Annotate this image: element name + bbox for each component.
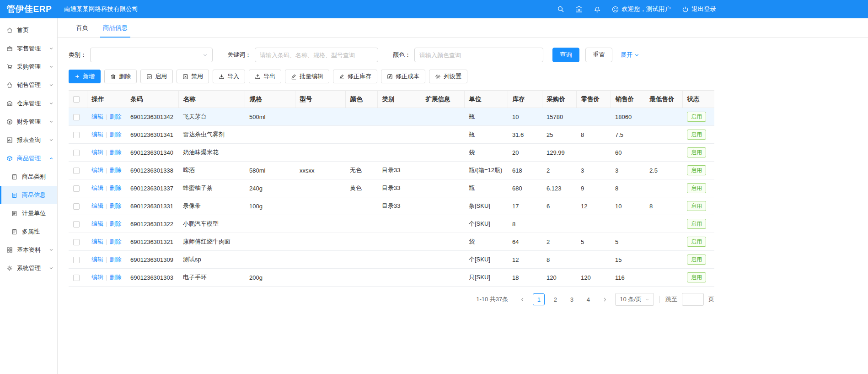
status-badge[interactable]: 启用 [687, 147, 706, 157]
ops-cell: 编辑|删除 [87, 126, 126, 144]
fix-cost-button[interactable]: 修正成本 [381, 70, 425, 83]
page-size-select[interactable]: 10 条/页 [615, 293, 654, 306]
edit-link[interactable]: 编辑 [91, 113, 103, 120]
keyword-input[interactable] [255, 48, 378, 62]
welcome-text: 欢迎您，测试用户 [622, 5, 671, 13]
status-badge[interactable]: 启用 [687, 130, 706, 139]
delete-link[interactable]: 删除 [109, 274, 121, 281]
delete-button[interactable]: 删除 [104, 70, 137, 83]
color-input[interactable] [414, 48, 543, 62]
expand-link[interactable]: 展开 [621, 51, 639, 59]
delete-link[interactable]: 删除 [109, 202, 121, 209]
edit-link[interactable]: 编辑 [91, 256, 103, 263]
search-icon[interactable] [557, 5, 564, 13]
delete-link[interactable]: 删除 [109, 167, 121, 173]
search-button[interactable]: 查询 [552, 48, 579, 62]
column-header-14: 状态 [682, 91, 714, 108]
warehouse-icon [6, 100, 13, 107]
column-settings-button[interactable]: 列设置 [429, 70, 467, 83]
power-icon [682, 6, 689, 13]
logout-button[interactable]: 退出登录 [682, 5, 716, 13]
cell-unit: 个[SKU] [464, 215, 508, 233]
delete-link[interactable]: 删除 [109, 113, 121, 120]
sidebar-subitem-product-info[interactable]: 商品信息 [0, 186, 57, 204]
sales-icon [6, 82, 13, 88]
sidebar-subitem-measure-unit[interactable]: 计量单位 [0, 204, 57, 222]
batch-edit-button[interactable]: 批量编辑 [285, 70, 329, 83]
export-button[interactable]: 导出 [249, 70, 281, 83]
row-checkbox[interactable] [73, 221, 80, 228]
sidebar-item-purchase[interactable]: 采购管理 [0, 58, 57, 76]
status-badge[interactable]: 启用 [687, 272, 706, 282]
bell-icon[interactable] [594, 5, 601, 13]
sidebar-item-basic[interactable]: 基本资料 [0, 241, 57, 259]
status-badge[interactable]: 启用 [687, 201, 706, 211]
delete-link[interactable]: 删除 [109, 238, 121, 245]
column-header-9: 库存 [508, 91, 542, 108]
select-all-checkbox[interactable] [73, 96, 80, 103]
bank-icon[interactable] [575, 5, 583, 13]
page-button-1[interactable]: 1 [533, 293, 545, 305]
app-logo: 管伊佳ERP [6, 3, 58, 15]
row-checkbox[interactable] [73, 275, 80, 281]
sidebar-item-system[interactable]: 系统管理 [0, 259, 57, 277]
sidebar-item-warehouse[interactable]: 仓库管理 [0, 94, 57, 113]
delete-link[interactable]: 删除 [109, 149, 121, 156]
disable-button[interactable]: 禁用 [177, 70, 209, 83]
page-button-2[interactable]: 2 [549, 293, 561, 305]
edit-link[interactable]: 编辑 [91, 220, 103, 227]
status-badge[interactable]: 启用 [687, 237, 706, 246]
add-button[interactable]: 新增 [69, 70, 101, 83]
page-button-3[interactable]: 3 [566, 293, 578, 305]
row-checkbox[interactable] [73, 150, 80, 156]
next-page-button[interactable] [599, 293, 611, 305]
page-button-4[interactable]: 4 [582, 293, 594, 305]
row-checkbox[interactable] [73, 203, 80, 210]
import-button[interactable]: 导入 [213, 70, 245, 83]
row-checkbox[interactable] [73, 257, 80, 263]
status-badge[interactable]: 启用 [687, 112, 706, 121]
prev-page-button[interactable] [516, 293, 528, 305]
tab-home[interactable]: 首页 [69, 18, 96, 37]
status-badge[interactable]: 启用 [687, 165, 706, 175]
cell-purchase: 2 [542, 233, 576, 251]
cell-ext [421, 108, 464, 126]
delete-link[interactable]: 删除 [109, 184, 121, 191]
edit-link[interactable]: 编辑 [91, 131, 103, 138]
sidebar-item-home[interactable]: 首页 [0, 21, 57, 39]
delete-link[interactable]: 删除 [109, 256, 121, 263]
fix-stock-button[interactable]: 修正库存 [333, 70, 377, 83]
sidebar-subitem-product-category[interactable]: 商品类别 [0, 168, 57, 186]
trash-icon [110, 74, 116, 80]
sidebar-item-report[interactable]: 报表查询 [0, 131, 57, 149]
enable-button[interactable]: 启用 [140, 70, 173, 83]
row-checkbox[interactable] [73, 168, 80, 174]
jump-page-input[interactable] [682, 293, 704, 306]
edit-link[interactable]: 编辑 [91, 149, 103, 156]
user-welcome[interactable]: 欢迎您，测试用户 [612, 5, 671, 13]
tab-product-info[interactable]: 商品信息 [96, 18, 135, 37]
sidebar-item-sales[interactable]: 销售管理 [0, 76, 57, 94]
edit-link[interactable]: 编辑 [91, 184, 103, 191]
sidebar-subitem-multi-attribute[interactable]: 多属性 [0, 222, 57, 241]
category-select[interactable] [90, 48, 213, 62]
reset-button[interactable]: 重置 [585, 48, 612, 62]
row-checkbox[interactable] [73, 185, 80, 192]
sidebar-item-retail[interactable]: 零售管理 [0, 39, 57, 58]
delete-link[interactable]: 删除 [109, 220, 121, 227]
status-badge[interactable]: 启用 [687, 219, 706, 228]
cell-unit: 瓶 [464, 179, 508, 197]
edit-link[interactable]: 编辑 [91, 238, 103, 245]
edit-link[interactable]: 编辑 [91, 274, 103, 281]
row-checkbox[interactable] [73, 114, 80, 120]
row-checkbox[interactable] [73, 239, 80, 245]
sidebar-item-product[interactable]: 商品管理 [0, 149, 57, 168]
row-checkbox[interactable] [73, 132, 80, 138]
edit-link[interactable]: 编辑 [91, 202, 103, 209]
status-badge[interactable]: 启用 [687, 255, 706, 264]
status-badge[interactable]: 启用 [687, 183, 706, 193]
edit-link[interactable]: 编辑 [91, 167, 103, 173]
sidebar-item-finance[interactable]: 财务管理 [0, 113, 57, 131]
delete-link[interactable]: 删除 [109, 131, 121, 138]
divider [659, 296, 660, 303]
